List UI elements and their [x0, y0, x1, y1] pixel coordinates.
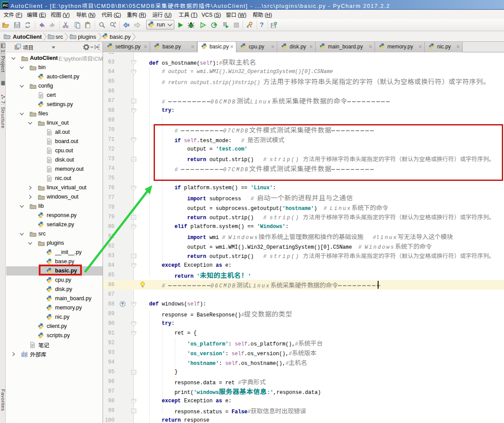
svg-text:PC: PC — [3, 4, 8, 7]
